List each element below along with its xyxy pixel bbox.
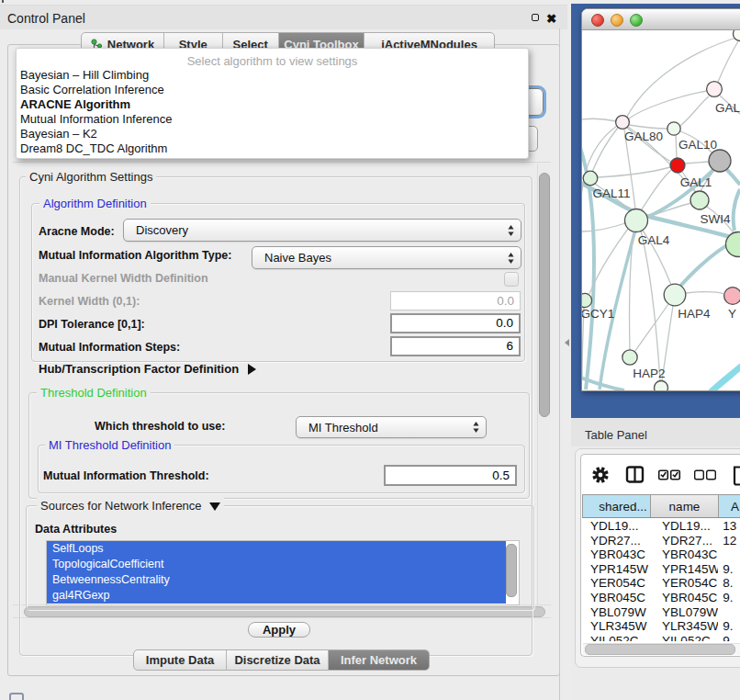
network-view-window[interactable]: GAL7GAL80GAL10GAL1GAL11SWI4GAL4GCY1HAP4Y… <box>581 8 740 391</box>
network-canvas[interactable]: GAL7GAL80GAL10GAL1GAL11SWI4GAL4GCY1HAP4Y… <box>582 30 740 390</box>
network-window-titlebar[interactable] <box>582 9 740 30</box>
split-columns-icon[interactable] <box>625 465 645 485</box>
network-edge[interactable] <box>711 366 740 390</box>
split-divider[interactable] <box>559 28 560 700</box>
table-row[interactable]: YDL19...YDL19...13 <box>582 519 740 534</box>
network-node-GAL10[interactable] <box>667 122 680 135</box>
gear-icon[interactable] <box>591 465 610 485</box>
network-node-gray-node[interactable] <box>709 150 731 172</box>
column-header-shared[interactable]: shared... <box>582 495 650 517</box>
float-window-icon[interactable] <box>532 14 539 21</box>
close-icon[interactable]: ✖ <box>546 11 556 26</box>
table-row[interactable]: YBR045CYBR045C9. <box>582 591 740 605</box>
document-icon[interactable] <box>732 465 740 487</box>
list-scrollbar-thumb[interactable] <box>506 544 517 597</box>
table-header-row: shared...nameA... <box>582 494 740 518</box>
popup-item-basic-correlation-inference[interactable]: Basic Correlation Inference <box>17 83 528 97</box>
table-cell: YIL052C <box>582 634 650 641</box>
popup-item-dream8-dc-tdc-algorithm[interactable]: Dream8 DC_TDC Algorithm <box>17 141 528 156</box>
table-row[interactable]: YDR27...YDR27...12 <box>582 534 740 548</box>
split-collapse-icon[interactable] <box>565 339 569 346</box>
close-traffic-light-icon[interactable] <box>591 14 604 27</box>
data-attributes-list[interactable]: SelfLoopsTopologicalCoefficientBetweenne… <box>46 540 520 605</box>
network-node-top-node[interactable] <box>734 30 740 41</box>
minimize-traffic-light-icon[interactable] <box>611 14 623 27</box>
network-node-GAL1[interactable] <box>670 158 685 173</box>
table-row[interactable]: YBL079WYBL079W <box>582 605 740 620</box>
network-node-GCY1[interactable] <box>582 293 592 307</box>
bottom-tab-impute-data[interactable]: Impute Data <box>134 650 227 670</box>
expand-down-icon <box>209 502 220 511</box>
kernel-width-field[interactable]: 0.0 <box>390 291 521 310</box>
table-cell: YIL052C <box>650 634 718 641</box>
network-edge[interactable] <box>598 167 670 177</box>
mi-steps-field[interactable]: 6 <box>390 336 521 356</box>
network-node-SWI4[interactable] <box>690 191 709 209</box>
network-edge[interactable] <box>629 91 707 119</box>
network-edge[interactable] <box>641 170 671 210</box>
dpi-tolerance-field[interactable]: 0.0 <box>390 313 521 333</box>
which-threshold-combobox[interactable]: MI Threshold <box>296 416 487 438</box>
attribute-item-topologicalcoefficient[interactable]: TopologicalCoefficient <box>47 557 506 572</box>
network-edge[interactable] <box>685 162 709 164</box>
network-edge[interactable] <box>582 377 624 390</box>
column-header-A[interactable]: A... <box>718 495 740 517</box>
network-edge[interactable] <box>680 96 709 126</box>
network-node-GAL80[interactable] <box>616 116 630 130</box>
network-edge[interactable] <box>686 292 724 294</box>
network-node-bottom-node[interactable] <box>655 381 668 391</box>
attribute-item-selfloops[interactable]: SelfLoops <box>47 541 506 557</box>
aracne-mode-combobox[interactable]: Discovery <box>123 219 521 242</box>
hub-definition-toggle[interactable]: Hub/Transcription Factor Definition <box>39 362 256 376</box>
algorithm-popup: Select algorithm to view settings Bayesi… <box>16 48 529 159</box>
network-edge[interactable] <box>725 168 740 185</box>
column-header-name[interactable]: name <box>650 495 718 517</box>
popup-item-bayesian-k2[interactable]: Bayesian – K2 <box>17 127 528 141</box>
network-node-label-GAL1: GAL1 <box>680 175 712 189</box>
network-node-HAP2[interactable] <box>622 350 637 365</box>
network-edge[interactable] <box>676 135 677 158</box>
attribute-item-gal4rgexp[interactable]: gal4RGexp <box>47 588 506 604</box>
network-edge[interactable] <box>635 304 668 351</box>
mi-threshold-field[interactable]: 0.5 <box>384 465 517 486</box>
network-edge[interactable] <box>718 41 738 82</box>
vertical-scrollbar-thumb[interactable] <box>539 173 550 417</box>
table-row[interactable]: YLR345WYLR345W9. <box>582 619 740 634</box>
bottom-tab-infer-network[interactable]: Infer Network <box>329 650 429 670</box>
which-threshold-label: Which threshold to use: <box>95 420 225 433</box>
mi-threshold-title: MI Threshold Definition <box>45 437 174 453</box>
network-edge[interactable] <box>582 223 625 231</box>
mi-type-combobox[interactable]: Naive Bayes <box>252 246 521 269</box>
network-node-GAL4[interactable] <box>625 209 648 232</box>
popup-item-mutual-information-inference[interactable]: Mutual Information Inference <box>17 112 528 127</box>
select-all-checkboxes-icon[interactable] <box>657 465 683 485</box>
network-edge[interactable] <box>641 231 660 380</box>
network-node-pink-node[interactable] <box>724 288 740 305</box>
table-cell: YBL079W <box>650 605 718 620</box>
sources-group-title[interactable]: Sources for Network Inference <box>37 498 224 514</box>
manual-kernel-checkbox[interactable] <box>504 272 519 287</box>
deselect-all-checkboxes-icon[interactable] <box>693 465 717 485</box>
cytoscape-app: Control Panel ✖ NetworkStyleSelectCyni T… <box>0 0 740 700</box>
network-edge[interactable] <box>734 189 740 231</box>
network-edge[interactable] <box>629 125 667 129</box>
attribute-item-betweennesscentrality[interactable]: BetweennessCentrality <box>47 572 506 588</box>
table-cell: YBR045C <box>582 591 650 605</box>
table-row[interactable]: YBR043CYBR043C <box>582 548 740 562</box>
table-row[interactable]: YPR145WYPR145W9. <box>582 562 740 577</box>
apply-button[interactable]: Apply <box>248 622 310 638</box>
network-edge[interactable] <box>582 119 616 121</box>
hub-definition-label: Hub/Transcription Factor Definition <box>39 362 239 376</box>
network-node-GAL7[interactable] <box>707 82 723 97</box>
popup-item-aracne-algorithm[interactable]: ARACNE Algorithm <box>17 97 528 112</box>
popup-item-bayesian-hill-climbing[interactable]: Bayesian – Hill Climbing <box>17 68 528 83</box>
table-hscrollbar-thumb[interactable] <box>585 644 735 655</box>
network-node-GAL11[interactable] <box>583 171 598 186</box>
network-edge[interactable] <box>592 128 618 172</box>
network-node-HAP4[interactable] <box>664 284 686 306</box>
table-row[interactable]: YIL052CYIL052C9. <box>582 634 740 641</box>
network-node-label-GCY1: GCY1 <box>582 307 614 321</box>
zoom-traffic-light-icon[interactable] <box>630 14 643 27</box>
bottom-tab-discretize-data[interactable]: Discretize Data <box>227 650 329 670</box>
table-row[interactable]: YER054CYER054C8. <box>582 576 740 591</box>
